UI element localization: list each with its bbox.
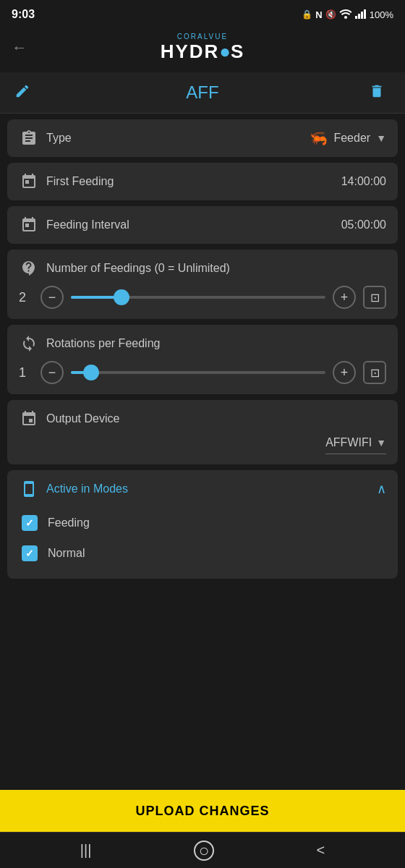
upload-changes-button[interactable]: UPLOAD CHANGES bbox=[0, 790, 405, 832]
num-feedings-expand-button[interactable]: ⊡ bbox=[363, 286, 386, 309]
num-feedings-text: Number of Feedings (0 = Unlimited) bbox=[46, 262, 230, 275]
content: Type 🦐 Feeder ▼ First Feeding 14:00:00 bbox=[0, 114, 405, 790]
svg-point-0 bbox=[344, 16, 347, 19]
type-card: Type 🦐 Feeder ▼ bbox=[7, 119, 398, 157]
type-text: Type bbox=[46, 132, 72, 145]
page-header: AFF bbox=[0, 72, 405, 114]
first-feeding-label: First Feeding bbox=[19, 173, 114, 190]
delete-button[interactable] bbox=[369, 83, 391, 103]
top-nav: ← CORALVUE HYDR ● S bbox=[0, 26, 405, 72]
modes-header: Active in Modes ∧ bbox=[19, 480, 386, 498]
mode-feeding-checkbox[interactable]: ✓ bbox=[22, 515, 38, 531]
status-icons: 🔒 N 🔇 100% bbox=[302, 9, 393, 21]
mode-normal-checkbox[interactable]: ✓ bbox=[22, 545, 38, 561]
logo: CORALVUE HYDR ● S bbox=[161, 33, 245, 63]
checkmark-icon: ✓ bbox=[25, 517, 34, 529]
num-feedings-slider-track[interactable] bbox=[71, 296, 325, 299]
num-feedings-slider-thumb[interactable] bbox=[114, 289, 129, 305]
clipboard-icon bbox=[19, 129, 39, 147]
feeding-interval-text: Feeding Interval bbox=[46, 218, 129, 231]
num-feedings-plus-button[interactable]: + bbox=[333, 286, 356, 309]
menu-button[interactable]: ||| bbox=[80, 842, 92, 859]
lock-icon: 🔒 bbox=[302, 9, 312, 20]
rotations-expand-button[interactable]: ⊡ bbox=[363, 361, 386, 384]
rotations-plus-button[interactable]: + bbox=[333, 361, 356, 384]
status-time: 9:03 bbox=[12, 8, 35, 21]
output-device-select[interactable]: AFFWIFI ▼ bbox=[325, 436, 386, 454]
rotations-icon bbox=[19, 335, 39, 352]
first-feeding-text: First Feeding bbox=[46, 175, 114, 188]
calendar-icon bbox=[19, 173, 39, 190]
edit-button[interactable] bbox=[14, 83, 36, 103]
rotations-text: Rotations per Feeding bbox=[46, 337, 160, 350]
signal-icon bbox=[355, 9, 367, 21]
svg-rect-4 bbox=[364, 9, 366, 19]
battery-text: 100% bbox=[370, 9, 393, 20]
home-button[interactable]: ○ bbox=[194, 841, 214, 861]
page-title: AFF bbox=[36, 82, 369, 103]
status-bar: 9:03 🔒 N 🔇 100% bbox=[0, 0, 405, 26]
rotations-slider-track[interactable] bbox=[71, 371, 325, 374]
output-dropdown-arrow-icon: ▼ bbox=[376, 437, 386, 448]
rotations-slider-thumb[interactable] bbox=[83, 365, 99, 380]
modes-header-left: Active in Modes bbox=[19, 480, 128, 498]
num-feedings-card: Number of Feedings (0 = Unlimited) 2 − +… bbox=[7, 250, 398, 319]
brand-dot-icon: ● bbox=[219, 41, 231, 63]
output-device-value: AFFWIFI bbox=[325, 436, 372, 449]
brand-end: S bbox=[231, 41, 244, 63]
back-nav-button[interactable]: < bbox=[317, 842, 325, 859]
svg-rect-2 bbox=[358, 14, 360, 19]
feeder-icon: 🦐 bbox=[310, 129, 328, 147]
first-feeding-value: 14:00:00 bbox=[341, 175, 386, 188]
feeding-interval-value: 05:00:00 bbox=[341, 218, 386, 231]
type-select[interactable]: 🦐 Feeder ▼ bbox=[310, 129, 386, 147]
rotations-card: Rotations per Feeding 1 − + ⊡ bbox=[7, 325, 398, 394]
modes-collapse-button[interactable]: ∧ bbox=[377, 481, 386, 497]
svg-rect-1 bbox=[355, 16, 357, 19]
interval-calendar-icon bbox=[19, 216, 39, 234]
type-label: Type bbox=[19, 129, 72, 147]
num-feedings-value: 2 bbox=[19, 290, 33, 305]
output-device-card: Output Device AFFWIFI ▼ bbox=[7, 400, 398, 464]
wifi-icon bbox=[339, 9, 352, 21]
mode-normal-label: Normal bbox=[48, 547, 85, 560]
rotations-minus-button[interactable]: − bbox=[40, 361, 64, 384]
rotations-value: 1 bbox=[19, 365, 33, 380]
feeding-interval-card[interactable]: Feeding Interval 05:00:00 bbox=[7, 206, 398, 244]
num-feedings-minus-button[interactable]: − bbox=[40, 286, 64, 309]
mute-icon: 🔇 bbox=[325, 9, 336, 20]
checkmark-icon-2: ✓ bbox=[25, 548, 34, 559]
modes-title: Active in Modes bbox=[46, 482, 128, 495]
output-device-text: Output Device bbox=[46, 412, 119, 425]
mode-feeding-label: Feeding bbox=[48, 516, 90, 529]
back-button[interactable]: ← bbox=[12, 38, 27, 57]
nfc-icon: N bbox=[315, 9, 322, 20]
brand-top: CORALVUE bbox=[177, 33, 228, 41]
bottom-nav: ||| ○ < bbox=[0, 832, 405, 868]
dropdown-arrow-icon: ▼ bbox=[376, 132, 386, 144]
first-feeding-card[interactable]: First Feeding 14:00:00 bbox=[7, 163, 398, 200]
output-device-icon bbox=[19, 410, 39, 427]
feeding-interval-label: Feeding Interval bbox=[19, 216, 129, 234]
mode-normal-item: ✓ Normal bbox=[19, 538, 386, 569]
brand-main: HYDR bbox=[161, 41, 220, 63]
feedings-count-icon bbox=[19, 260, 39, 277]
modes-card: Active in Modes ∧ ✓ Feeding ✓ Normal bbox=[7, 470, 398, 579]
type-value: Feeder bbox=[333, 132, 370, 145]
modes-icon bbox=[19, 480, 39, 498]
svg-rect-3 bbox=[361, 12, 363, 19]
mode-feeding-item: ✓ Feeding bbox=[19, 508, 386, 538]
